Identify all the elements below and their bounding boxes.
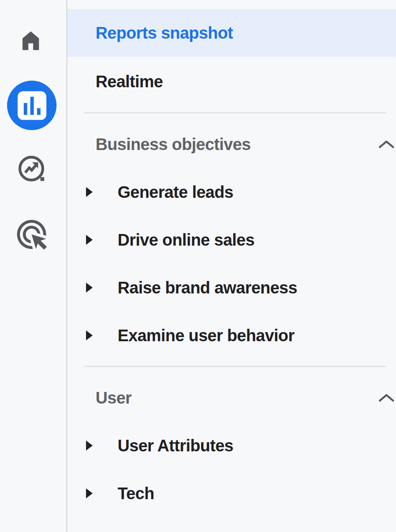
section-header-business-objectives[interactable]: Business objectives [67, 121, 396, 168]
home-icon [19, 29, 43, 53]
rail-item-home[interactable] [19, 29, 43, 53]
nav-item-label: Raise brand awareness [118, 278, 297, 297]
nav-item-label: User Attributes [118, 436, 233, 455]
reports-navigation-drawer: Reports snapshot Realtime Business objec… [67, 0, 396, 532]
chevron-up-icon[interactable] [378, 393, 395, 402]
bar-chart-icon [17, 91, 47, 120]
nav-item-realtime[interactable]: Realtime [67, 58, 396, 106]
nav-item-label: Reports snapshot [96, 24, 233, 42]
section-header-user[interactable]: User [67, 374, 396, 421]
nav-item-label: Examine user behavior [118, 326, 294, 345]
section-header-label: User [96, 389, 132, 407]
expand-triangle-icon[interactable] [86, 187, 93, 197]
reports-active-circle [7, 81, 57, 130]
section-header-label: Business objectives [96, 135, 251, 154]
nav-item-reports-snapshot[interactable]: Reports snapshot [67, 9, 396, 57]
nav-item-label: Drive online sales [118, 231, 254, 249]
chevron-up-icon[interactable] [378, 140, 395, 149]
expand-triangle-icon[interactable] [86, 330, 93, 340]
expand-triangle-icon[interactable] [86, 235, 93, 245]
rail-item-reports[interactable] [7, 81, 57, 130]
nav-item-generate-leads[interactable]: Generate leads [67, 168, 396, 216]
nav-item-drive-online-sales[interactable]: Drive online sales [67, 216, 396, 264]
nav-item-examine-user-behavior[interactable]: Examine user behavior [67, 312, 396, 359]
expand-triangle-icon[interactable] [86, 488, 93, 498]
rail-item-explore[interactable] [16, 153, 47, 184]
ads-click-icon [14, 217, 49, 252]
section-divider [84, 366, 386, 367]
expand-triangle-icon[interactable] [86, 441, 93, 451]
app-icon-rail [0, 0, 66, 532]
nav-item-label: Realtime [96, 72, 163, 91]
nav-item-tech[interactable]: Tech [67, 470, 396, 517]
nav-item-user-attributes[interactable]: User Attributes [67, 422, 396, 469]
rail-item-advertising[interactable] [14, 217, 49, 252]
nav-item-label: Generate leads [118, 183, 233, 202]
explore-icon [16, 153, 47, 184]
section-divider [84, 112, 386, 113]
nav-item-label: Tech [118, 484, 154, 503]
expand-triangle-icon[interactable] [86, 283, 93, 293]
nav-item-raise-brand-awareness[interactable]: Raise brand awareness [67, 264, 396, 311]
